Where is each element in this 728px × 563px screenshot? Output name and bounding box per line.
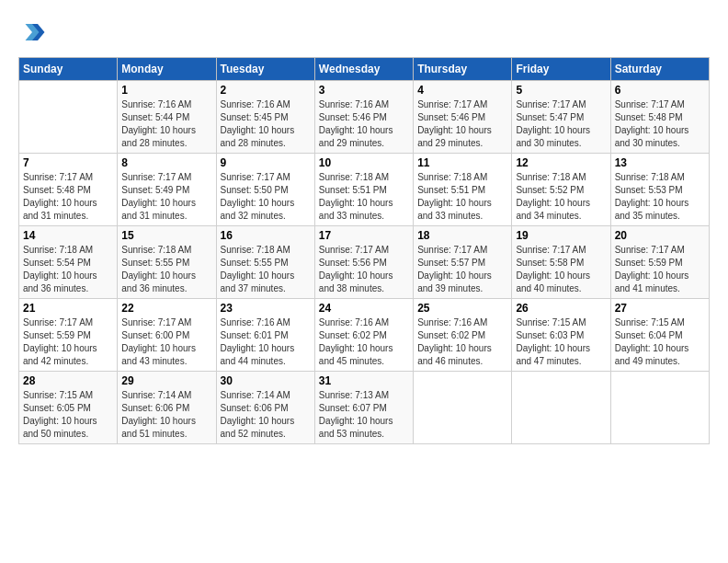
calendar-cell: 31Sunrise: 7:13 AM Sunset: 6:07 PM Dayli…	[314, 372, 413, 444]
day-info: Sunrise: 7:15 AM Sunset: 6:04 PM Dayligh…	[615, 316, 705, 368]
day-info: Sunrise: 7:16 AM Sunset: 5:45 PM Dayligh…	[221, 98, 311, 150]
calendar-cell: 4Sunrise: 7:17 AM Sunset: 5:46 PM Daylig…	[414, 81, 512, 154]
calendar-cell: 23Sunrise: 7:16 AM Sunset: 6:01 PM Dayli…	[216, 299, 314, 372]
day-header: Saturday	[610, 58, 709, 81]
calendar-cell: 13Sunrise: 7:18 AM Sunset: 5:53 PM Dayli…	[610, 154, 709, 226]
day-number: 5	[516, 84, 606, 97]
calendar-cell: 1Sunrise: 7:16 AM Sunset: 5:44 PM Daylig…	[118, 81, 216, 154]
day-info: Sunrise: 7:16 AM Sunset: 6:02 PM Dayligh…	[417, 316, 507, 368]
day-number: 20	[615, 229, 705, 242]
day-info: Sunrise: 7:18 AM Sunset: 5:55 PM Dayligh…	[121, 244, 211, 295]
day-number: 7	[23, 156, 113, 169]
calendar-cell: 6Sunrise: 7:17 AM Sunset: 5:48 PM Daylig…	[610, 81, 709, 154]
logo-icon	[18, 18, 46, 46]
day-info: Sunrise: 7:13 AM Sunset: 6:07 PM Dayligh…	[319, 389, 409, 441]
day-number: 15	[121, 229, 211, 242]
calendar-cell: 27Sunrise: 7:15 AM Sunset: 6:04 PM Dayli…	[610, 299, 709, 372]
day-number: 17	[319, 229, 409, 242]
day-number: 3	[319, 84, 409, 97]
calendar-cell: 19Sunrise: 7:17 AM Sunset: 5:58 PM Dayli…	[512, 226, 610, 299]
day-info: Sunrise: 7:18 AM Sunset: 5:53 PM Dayligh…	[615, 171, 705, 223]
day-info: Sunrise: 7:16 AM Sunset: 5:46 PM Dayligh…	[319, 98, 409, 150]
page-container: SundayMondayTuesdayWednesdayThursdayFrid…	[0, 0, 728, 454]
calendar-cell	[512, 372, 610, 444]
day-header: Wednesday	[314, 58, 413, 81]
day-number: 14	[23, 229, 113, 242]
day-info: Sunrise: 7:18 AM Sunset: 5:55 PM Dayligh…	[221, 244, 311, 295]
calendar-cell: 17Sunrise: 7:17 AM Sunset: 5:56 PM Dayli…	[314, 226, 413, 299]
day-number: 27	[615, 302, 705, 315]
day-number: 6	[615, 84, 705, 97]
calendar-cell: 5Sunrise: 7:17 AM Sunset: 5:47 PM Daylig…	[512, 81, 610, 154]
day-number: 10	[319, 156, 409, 169]
day-number: 24	[319, 302, 409, 315]
header	[18, 18, 710, 46]
day-info: Sunrise: 7:17 AM Sunset: 5:49 PM Dayligh…	[121, 171, 211, 223]
day-info: Sunrise: 7:17 AM Sunset: 5:57 PM Dayligh…	[417, 244, 507, 295]
day-info: Sunrise: 7:18 AM Sunset: 5:52 PM Dayligh…	[516, 171, 606, 223]
day-header: Tuesday	[216, 58, 314, 81]
day-info: Sunrise: 7:17 AM Sunset: 5:50 PM Dayligh…	[221, 171, 311, 223]
calendar-cell: 20Sunrise: 7:17 AM Sunset: 5:59 PM Dayli…	[610, 226, 709, 299]
day-number: 30	[221, 374, 311, 387]
day-info: Sunrise: 7:14 AM Sunset: 6:06 PM Dayligh…	[221, 389, 311, 441]
calendar-cell: 16Sunrise: 7:18 AM Sunset: 5:55 PM Dayli…	[216, 226, 314, 299]
calendar-cell	[610, 372, 709, 444]
calendar-cell: 11Sunrise: 7:18 AM Sunset: 5:51 PM Dayli…	[414, 154, 512, 226]
calendar-cell: 21Sunrise: 7:17 AM Sunset: 5:59 PM Dayli…	[19, 299, 118, 372]
day-info: Sunrise: 7:17 AM Sunset: 5:59 PM Dayligh…	[23, 316, 113, 368]
day-info: Sunrise: 7:16 AM Sunset: 6:02 PM Dayligh…	[319, 316, 409, 368]
calendar-week-row: 28Sunrise: 7:15 AM Sunset: 6:05 PM Dayli…	[19, 372, 710, 444]
day-number: 29	[121, 374, 211, 387]
day-number: 21	[23, 302, 113, 315]
calendar-cell: 15Sunrise: 7:18 AM Sunset: 5:55 PM Dayli…	[118, 226, 216, 299]
day-header: Monday	[118, 58, 216, 81]
calendar-cell: 7Sunrise: 7:17 AM Sunset: 5:48 PM Daylig…	[19, 154, 118, 226]
day-number: 11	[417, 156, 507, 169]
day-info: Sunrise: 7:17 AM Sunset: 6:00 PM Dayligh…	[121, 316, 211, 368]
day-header: Sunday	[19, 58, 118, 81]
calendar-cell: 28Sunrise: 7:15 AM Sunset: 6:05 PM Dayli…	[19, 372, 118, 444]
day-info: Sunrise: 7:15 AM Sunset: 6:03 PM Dayligh…	[516, 316, 606, 368]
day-number: 19	[516, 229, 606, 242]
day-number: 25	[417, 302, 507, 315]
calendar-week-row: 1Sunrise: 7:16 AM Sunset: 5:44 PM Daylig…	[19, 81, 710, 154]
calendar-cell: 25Sunrise: 7:16 AM Sunset: 6:02 PM Dayli…	[414, 299, 512, 372]
day-info: Sunrise: 7:18 AM Sunset: 5:51 PM Dayligh…	[417, 171, 507, 223]
calendar-cell: 8Sunrise: 7:17 AM Sunset: 5:49 PM Daylig…	[118, 154, 216, 226]
day-info: Sunrise: 7:14 AM Sunset: 6:06 PM Dayligh…	[121, 389, 211, 441]
logo	[18, 18, 50, 46]
calendar-week-row: 7Sunrise: 7:17 AM Sunset: 5:48 PM Daylig…	[19, 154, 710, 226]
calendar-cell: 22Sunrise: 7:17 AM Sunset: 6:00 PM Dayli…	[118, 299, 216, 372]
day-info: Sunrise: 7:18 AM Sunset: 5:54 PM Dayligh…	[23, 244, 113, 295]
calendar-cell: 9Sunrise: 7:17 AM Sunset: 5:50 PM Daylig…	[216, 154, 314, 226]
calendar-cell: 2Sunrise: 7:16 AM Sunset: 5:45 PM Daylig…	[216, 81, 314, 154]
day-number: 18	[417, 229, 507, 242]
calendar-week-row: 14Sunrise: 7:18 AM Sunset: 5:54 PM Dayli…	[19, 226, 710, 299]
day-info: Sunrise: 7:17 AM Sunset: 5:47 PM Dayligh…	[516, 98, 606, 150]
day-number: 28	[23, 374, 113, 387]
calendar-cell	[19, 81, 118, 154]
day-number: 8	[121, 156, 211, 169]
day-info: Sunrise: 7:16 AM Sunset: 6:01 PM Dayligh…	[221, 316, 311, 368]
day-info: Sunrise: 7:17 AM Sunset: 5:59 PM Dayligh…	[615, 244, 705, 295]
day-number: 23	[221, 302, 311, 315]
calendar-cell: 30Sunrise: 7:14 AM Sunset: 6:06 PM Dayli…	[216, 372, 314, 444]
day-number: 31	[319, 374, 409, 387]
day-number: 4	[417, 84, 507, 97]
day-info: Sunrise: 7:17 AM Sunset: 5:48 PM Dayligh…	[23, 171, 113, 223]
day-number: 16	[221, 229, 311, 242]
header-row: SundayMondayTuesdayWednesdayThursdayFrid…	[19, 58, 710, 81]
day-number: 9	[221, 156, 311, 169]
day-info: Sunrise: 7:17 AM Sunset: 5:48 PM Dayligh…	[615, 98, 705, 150]
day-number: 22	[121, 302, 211, 315]
calendar-cell: 24Sunrise: 7:16 AM Sunset: 6:02 PM Dayli…	[314, 299, 413, 372]
calendar-cell: 18Sunrise: 7:17 AM Sunset: 5:57 PM Dayli…	[414, 226, 512, 299]
calendar-cell: 26Sunrise: 7:15 AM Sunset: 6:03 PM Dayli…	[512, 299, 610, 372]
calendar-week-row: 21Sunrise: 7:17 AM Sunset: 5:59 PM Dayli…	[19, 299, 710, 372]
day-info: Sunrise: 7:18 AM Sunset: 5:51 PM Dayligh…	[319, 171, 409, 223]
day-header: Thursday	[414, 58, 512, 81]
day-number: 13	[615, 156, 705, 169]
day-number: 12	[516, 156, 606, 169]
calendar-cell: 12Sunrise: 7:18 AM Sunset: 5:52 PM Dayli…	[512, 154, 610, 226]
